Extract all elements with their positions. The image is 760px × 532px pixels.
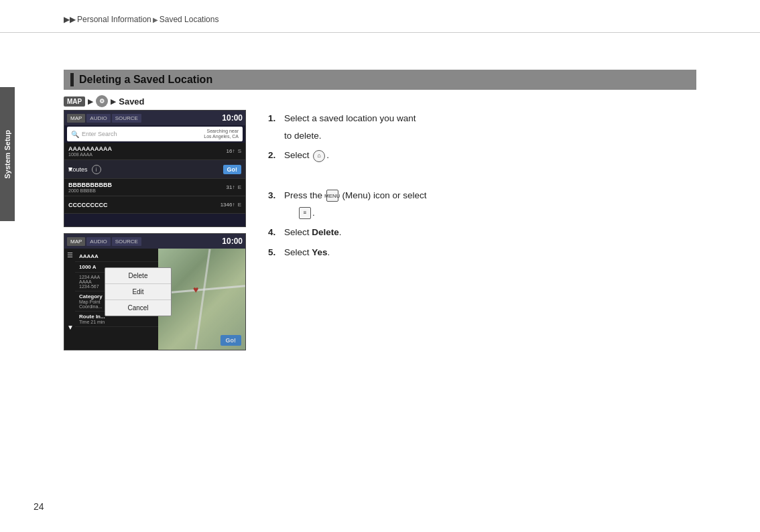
step5-num: 5. bbox=[268, 244, 281, 261]
map-road2 bbox=[195, 249, 211, 350]
step4-num: 4. bbox=[268, 224, 281, 241]
screen2-time: 10:00 bbox=[222, 237, 243, 246]
screen1-time: 10:00 bbox=[222, 113, 243, 123]
screen2: MAP AUDIO SOURCE 10:00 ☰ AAAAA 1000 A 12… bbox=[64, 233, 246, 350]
screen1-search-icon: 🔍 bbox=[71, 131, 79, 138]
search-near-line2: Los Angeles, CA bbox=[204, 134, 239, 139]
screen1-topbar: MAP AUDIO SOURCE 10:00 bbox=[64, 111, 245, 125]
nav-map-icon: MAP bbox=[64, 96, 85, 107]
screen1-item3-dir: E bbox=[238, 202, 241, 208]
screen1-item1-dir: S bbox=[238, 148, 241, 154]
nav-arrow2: ▶ bbox=[111, 98, 116, 105]
screen1-routes-row: Routes i Go! bbox=[64, 160, 245, 179]
step3-menu-icon: MENU bbox=[326, 190, 338, 202]
step4-text: Select Delete. bbox=[284, 224, 726, 241]
step1-num: 1. bbox=[268, 110, 281, 127]
screen1-item2: BBBBBBBBBB 2000 BBBBB 31↑ E bbox=[64, 179, 245, 196]
section-title: Deleting a Saved Location bbox=[79, 74, 212, 86]
screen1-item2-dist: 31↑ E bbox=[227, 184, 241, 190]
breadcrumb-part2: Saved Locations bbox=[160, 15, 219, 24]
screen1-tab-source: SOURCE bbox=[112, 114, 141, 123]
breadcrumb-sep1: ▶ bbox=[153, 16, 158, 23]
top-divider bbox=[0, 32, 760, 33]
screen2-context-menu: Delete Edit Cancel bbox=[105, 267, 172, 316]
screen2-tab-audio: AUDIO bbox=[86, 237, 110, 246]
screen1-scroll-arrow: ▼ bbox=[67, 165, 74, 173]
context-menu-delete: Delete bbox=[105, 268, 171, 284]
screen1-item2-title: BBBBBBBBBB bbox=[68, 182, 112, 188]
breadcrumb-part1: Personal Information bbox=[77, 15, 151, 24]
screen2-tab-map: MAP bbox=[67, 237, 85, 246]
screen1-item3-title: CCCCCCCCC bbox=[68, 202, 108, 208]
nav-arrow1: ▶ bbox=[88, 98, 93, 105]
instruction-gap bbox=[268, 167, 726, 187]
step5: 5. Select Yes. bbox=[268, 244, 726, 261]
screen1-tab-audio: AUDIO bbox=[86, 114, 110, 123]
step2: 2. Select ⌂. bbox=[268, 147, 726, 164]
step1: 1. Select a saved location you wantto de… bbox=[268, 110, 726, 144]
step3-text: Press the MENU (Menu) icon or select ≡. bbox=[284, 187, 726, 221]
screen2-menu-icon: ☰ bbox=[67, 251, 73, 259]
screen1-item2-dir: E bbox=[238, 184, 241, 190]
side-tab-label: System Setup bbox=[3, 130, 11, 179]
screen1-item2-sub: 2000 BBBBB bbox=[68, 188, 112, 193]
screen1-item1: AAAAAAAAAA 1008 AAAA 16↑ S bbox=[64, 143, 245, 160]
section-header: Deleting a Saved Location bbox=[64, 70, 696, 90]
screen1-item3: CCCCCCCCC 1346↑ E bbox=[64, 196, 245, 214]
step4-bold: Delete bbox=[312, 227, 339, 237]
section-header-bar bbox=[70, 73, 74, 86]
step3-hamburger-icon: ≡ bbox=[299, 207, 311, 219]
step4: 4. Select Delete. bbox=[268, 224, 726, 241]
screen2-item1: AAAAA bbox=[75, 251, 160, 262]
screen1-tab-map: MAP bbox=[67, 114, 85, 123]
screen1-go-btn: Go! bbox=[223, 165, 242, 174]
screen2-tab-source: SOURCE bbox=[112, 237, 141, 246]
context-menu-cancel: Cancel bbox=[105, 300, 171, 316]
step2-home-icon: ⌂ bbox=[313, 150, 325, 162]
step5-text: Select Yes. bbox=[284, 244, 726, 261]
screen1-item1-title: AAAAAAAAAA bbox=[68, 145, 112, 152]
screen1-item1-sub: 1008 AAAA bbox=[68, 152, 112, 157]
context-menu-edit: Edit bbox=[105, 284, 171, 300]
screen1: MAP AUDIO SOURCE 10:00 🔍 Enter Search Se… bbox=[64, 110, 246, 227]
screen1-search: 🔍 Enter Search Searching near Los Angele… bbox=[67, 127, 243, 141]
screen1-info-btn: i bbox=[92, 165, 101, 174]
step2-text: Select ⌂. bbox=[284, 147, 726, 164]
screen2-topbar: MAP AUDIO SOURCE 10:00 bbox=[64, 234, 245, 249]
search-near-line1: Searching near bbox=[204, 129, 239, 134]
screen2-item1-title: AAAAA bbox=[79, 253, 156, 259]
step3: 3. Press the MENU (Menu) icon or select … bbox=[268, 187, 726, 221]
breadcrumb: ▶▶ Personal Information ▶ Saved Location… bbox=[64, 15, 218, 24]
step3-num: 3. bbox=[268, 187, 281, 204]
breadcrumb-arrow1: ▶▶ bbox=[64, 15, 76, 24]
screen2-go-btn: Go! bbox=[220, 335, 242, 346]
screen1-item3-dist: 1346↑ E bbox=[220, 202, 241, 208]
screen2-item5-sub: Time 21 min bbox=[79, 320, 156, 324]
screen1-search-placeholder: Enter Search bbox=[82, 131, 117, 137]
nav-saved-label: Saved bbox=[119, 96, 144, 107]
page-number: 24 bbox=[34, 501, 44, 512]
screen2-scroll-arrow: ▼ bbox=[67, 324, 74, 331]
screen1-list: AAAAAAAAAA 1008 AAAA 16↑ S Routes i Go! … bbox=[64, 143, 245, 214]
screen1-search-near: Searching near Los Angeles, CA bbox=[204, 129, 239, 140]
screen1-item1-dist: 16↑ S bbox=[227, 148, 241, 154]
step2-num: 2. bbox=[268, 147, 281, 164]
map-pin: ♥ bbox=[193, 284, 198, 295]
side-tab: System Setup bbox=[0, 87, 15, 221]
instructions-panel: 1. Select a saved location you wantto de… bbox=[268, 110, 726, 263]
step5-bold: Yes bbox=[312, 247, 327, 257]
nav-path: MAP ▶ ⚙ ▶ Saved bbox=[64, 95, 145, 107]
step1-text: Select a saved location you wantto delet… bbox=[284, 110, 726, 144]
nav-settings-icon: ⚙ bbox=[96, 95, 108, 107]
